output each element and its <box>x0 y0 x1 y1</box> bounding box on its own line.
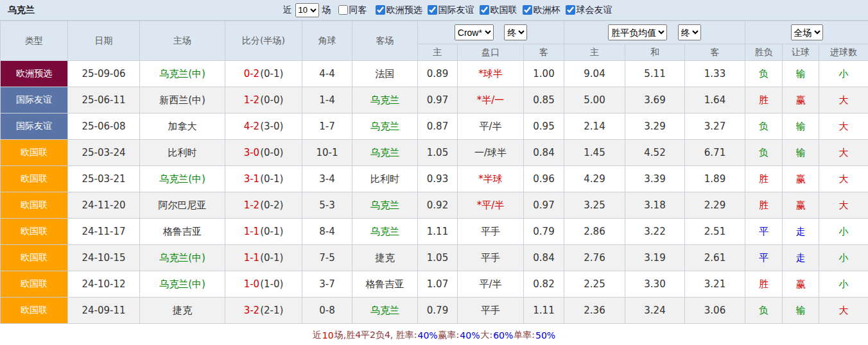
away-team-cell: 乌克兰 <box>352 298 418 324</box>
home-team-cell: 比利时 <box>140 140 225 166</box>
europe-odds-time-select[interactable]: 终 <box>678 24 701 40</box>
europe-away-odds: 1.64 <box>685 87 745 114</box>
result-winloss: 负 <box>745 298 783 324</box>
halftime-score: (1-0) <box>260 278 283 290</box>
asia-home-odds: 0.97 <box>418 87 458 114</box>
corner-cell: 0-8 <box>302 298 352 324</box>
asia-home-odds: 0.87 <box>418 114 458 140</box>
col-header-away: 客场 <box>352 21 418 61</box>
league-filter-0[interactable]: 欧洲预选 <box>376 4 422 16</box>
result-goals: 大 <box>819 166 868 192</box>
europe-draw-odds: 3.24 <box>625 298 685 324</box>
result-handicap: 赢 <box>783 166 819 192</box>
corner-cell: 7-5 <box>302 245 352 271</box>
result-handicap: 赢 <box>783 271 819 298</box>
date-cell: 24-11-17 <box>68 219 140 245</box>
result-handicap: 输 <box>783 298 819 324</box>
asia-handicap: 平手 <box>458 219 524 245</box>
result-winloss: 胜 <box>745 87 783 114</box>
halftime-score: (3-0) <box>260 121 283 132</box>
away-team-cell: 乌克兰 <box>352 219 418 245</box>
halftime-score: (0-1) <box>260 252 283 264</box>
summary-segment: 10 <box>322 330 334 341</box>
near-label: 近 <box>283 4 292 16</box>
match-row: 国际友谊25-06-08加拿大4-2(3-0)1-7乌克兰0.87平/半0.95… <box>1 114 868 140</box>
fulltime-score: 1-2 <box>244 94 260 106</box>
score-cell: 3-2(2-1) <box>225 298 302 324</box>
col-header-result-handicap: 让球 <box>783 44 819 61</box>
asia-handicap: 平/半 <box>458 114 524 140</box>
date-cell: 25-06-11 <box>68 87 140 114</box>
europe-draw-odds: 3.22 <box>625 219 685 245</box>
result-winloss: 胜 <box>745 166 783 192</box>
home-team-cell: 乌克兰(中) <box>140 271 225 298</box>
scope-select[interactable]: 全场 <box>791 24 823 40</box>
topbar: 乌克兰 近 10 场 同客 欧洲预选国际友谊欧国联欧洲杯球会友谊 <box>0 0 868 21</box>
league-label: 欧国联 <box>490 4 517 16</box>
europe-away-odds: 1.89 <box>685 166 745 192</box>
europe-away-odds: 2.29 <box>685 192 745 219</box>
asia-away-odds: 0.95 <box>524 114 564 140</box>
europe-home-odds: 2.86 <box>564 219 625 245</box>
result-handicap: 走 <box>783 245 819 271</box>
league-checkbox[interactable] <box>480 5 489 15</box>
league-filter-3[interactable]: 欧洲杯 <box>523 4 560 16</box>
col-header-asia-handicap: 盘口 <box>458 44 524 61</box>
result-handicap: 输 <box>783 140 819 166</box>
corner-cell: 8-4 <box>302 219 352 245</box>
result-group-header: 全场 <box>745 21 868 44</box>
league-checkbox[interactable] <box>428 5 437 15</box>
europe-draw-odds: 3.39 <box>625 166 685 192</box>
fulltime-score: 3-1 <box>244 173 260 185</box>
score-cell: 3-1(0-1) <box>225 166 302 192</box>
fulltime-score: 4-2 <box>244 121 260 132</box>
europe-draw-odds: 5.11 <box>625 61 685 87</box>
same-away-checkbox[interactable] <box>338 5 348 15</box>
home-team-cell: 格鲁吉亚 <box>140 219 225 245</box>
odds-company-select[interactable]: Crow* <box>455 24 494 40</box>
corner-cell: 1-7 <box>302 114 352 140</box>
corner-cell: 5-3 <box>302 192 352 219</box>
europe-odds-select[interactable]: 胜平负均值 <box>608 24 667 40</box>
score-cell: 1-1(0-1) <box>225 245 302 271</box>
league-filter-4[interactable]: 球会友谊 <box>566 4 612 16</box>
asia-away-odds: 0.96 <box>524 166 564 192</box>
europe-home-odds: 2.76 <box>564 245 625 271</box>
europe-away-odds: 1.33 <box>685 61 745 87</box>
away-team-cell: 乌克兰 <box>352 114 418 140</box>
recent-count-select[interactable]: 10 <box>295 3 319 17</box>
type-badge: 欧洲预选 <box>1 61 68 87</box>
asia-handicap: *平/半 <box>458 192 524 219</box>
europe-home-odds: 9.04 <box>564 61 625 87</box>
league-checkbox[interactable] <box>523 5 532 15</box>
asia-home-odds: 1.05 <box>418 140 458 166</box>
league-checkbox[interactable] <box>376 5 385 15</box>
score-cell: 1-2(0-0) <box>225 87 302 114</box>
europe-away-odds: 3.27 <box>685 114 745 140</box>
corner-cell: 10-1 <box>302 140 352 166</box>
asia-away-odds: 1.00 <box>524 61 564 87</box>
summary-segment: 赢率: <box>438 330 460 341</box>
result-winloss: 胜 <box>745 192 783 219</box>
col-header-asia-away: 客 <box>524 44 564 61</box>
asia-away-odds: 0.85 <box>524 87 564 114</box>
result-handicap: 走 <box>783 219 819 245</box>
result-handicap: 输 <box>783 114 819 140</box>
col-header-europe-home: 主 <box>564 44 625 61</box>
date-cell: 25-03-24 <box>68 140 140 166</box>
league-filter-1[interactable]: 国际友谊 <box>428 4 474 16</box>
europe-draw-odds: 3.30 <box>625 271 685 298</box>
asia-home-odds: 1.05 <box>418 245 458 271</box>
corner-cell: 1-4 <box>302 87 352 114</box>
league-filter-2[interactable]: 欧国联 <box>480 4 517 16</box>
result-goals: 大 <box>819 298 868 324</box>
same-away-option[interactable]: 同客 <box>338 4 367 16</box>
asia-home-odds: 1.07 <box>418 271 458 298</box>
type-badge: 欧国联 <box>1 245 68 271</box>
asia-odds-time-select[interactable]: 终 <box>504 24 527 40</box>
europe-home-odds: 2.14 <box>564 114 625 140</box>
europe-away-odds: 2.61 <box>685 245 745 271</box>
type-badge: 欧国联 <box>1 140 68 166</box>
league-checkbox[interactable] <box>566 5 575 15</box>
asia-away-odds: 0.79 <box>524 219 564 245</box>
